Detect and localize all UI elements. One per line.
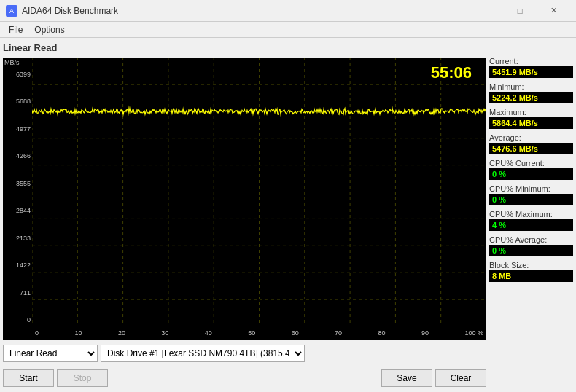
x-label-30: 30 (161, 329, 168, 337)
test-type-dropdown[interactable]: Linear Read Linear Write Random Read Ran… (3, 345, 98, 362)
right-panel: Current: 5451.9 MB/s Minimum: 5224.2 MB/… (489, 41, 573, 389)
window-title: AIDA64 Disk Benchmark (22, 6, 470, 16)
y-label-6399: 6399 (4, 71, 31, 78)
current-label: Current: (489, 57, 573, 66)
block-size-value: 8 MB (489, 270, 573, 282)
grid-area (32, 58, 486, 326)
block-size-label: Block Size: (489, 261, 573, 270)
buttons-bar: Start Stop Save Clear (3, 367, 486, 389)
chart-canvas (32, 58, 486, 326)
x-label-60: 60 (292, 329, 299, 337)
x-label-40: 40 (205, 329, 212, 337)
stat-current: Current: 5451.9 MB/s (489, 57, 573, 78)
maximum-value: 5864.4 MB/s (489, 117, 573, 129)
y-label-1422: 1422 (4, 262, 31, 269)
controls-bar: Linear Read Linear Write Random Read Ran… (3, 342, 486, 364)
y-label-3555: 3555 (4, 180, 31, 187)
left-panel: Linear Read MB/s 6399 5688 4977 4266 355… (3, 41, 486, 389)
y-label-2844: 2844 (4, 207, 31, 214)
stat-block-size: Block Size: 8 MB (489, 261, 573, 282)
y-axis: MB/s 6399 5688 4977 4266 3555 2844 2133 … (3, 58, 32, 340)
average-label: Average: (489, 133, 573, 142)
y-label-0: 0 (4, 316, 31, 324)
stat-cpu-average: CPU% Average: 0 % (489, 235, 573, 256)
cpu-maximum-label: CPU% Maximum: (489, 210, 573, 219)
minimize-button[interactable]: — (470, 0, 503, 22)
current-value: 5451.9 MB/s (489, 66, 573, 78)
maximize-button[interactable]: □ (503, 0, 537, 22)
stop-button[interactable]: Stop (57, 369, 108, 387)
menu-bar: File Options (0, 22, 576, 38)
stat-cpu-minimum: CPU% Minimum: 0 % (489, 184, 573, 205)
minimum-value: 5224.2 MB/s (489, 92, 573, 103)
average-value: 5476.6 MB/s (489, 143, 573, 154)
stat-minimum: Minimum: 5224.2 MB/s (489, 82, 573, 103)
x-label-50: 50 (248, 329, 255, 337)
stat-cpu-current: CPU% Current: 0 % (489, 159, 573, 180)
stat-cpu-maximum: CPU% Maximum: 4 % (489, 210, 573, 231)
y-label-711: 711 (4, 289, 31, 297)
menu-options[interactable]: Options (28, 23, 70, 36)
x-label-90: 90 (421, 329, 429, 337)
x-label-100: 100 % (464, 329, 483, 337)
stat-average: Average: 5476.6 MB/s (489, 133, 573, 154)
cpu-minimum-label: CPU% Minimum: (489, 184, 573, 193)
cpu-current-value: 0 % (489, 168, 573, 180)
x-label-0: 0 (35, 329, 39, 337)
maximum-label: Maximum: (489, 108, 573, 117)
minimum-label: Minimum: (489, 82, 573, 91)
stat-maximum: Maximum: 5864.4 MB/s (489, 108, 573, 129)
app-icon: A (6, 5, 17, 17)
main-content: Linear Read MB/s 6399 5688 4977 4266 355… (0, 38, 576, 392)
save-button[interactable]: Save (381, 369, 432, 387)
close-button[interactable]: ✕ (537, 0, 570, 22)
x-label-70: 70 (335, 329, 342, 337)
y-label-2133: 2133 (4, 235, 31, 242)
cpu-average-label: CPU% Average: (489, 235, 573, 244)
x-axis: 0 10 20 30 40 50 60 70 80 90 100 % (32, 326, 486, 340)
drive-dropdown[interactable]: Disk Drive #1 [Lexar SSD NM790 4TB] (381… (101, 345, 305, 362)
cpu-minimum-value: 0 % (489, 194, 573, 205)
clear-button[interactable]: Clear (435, 369, 486, 387)
title-bar: A AIDA64 Disk Benchmark — □ ✕ (0, 0, 576, 22)
y-axis-title: MB/s (4, 59, 20, 66)
window-controls: — □ ✕ (470, 0, 570, 22)
cpu-current-label: CPU% Current: (489, 159, 573, 168)
menu-file[interactable]: File (3, 23, 28, 36)
x-label-80: 80 (378, 329, 386, 337)
chart-container: MB/s 6399 5688 4977 4266 3555 2844 2133 … (3, 58, 486, 340)
x-label-20: 20 (118, 329, 125, 337)
cpu-average-value: 0 % (489, 245, 573, 256)
chart-title: Linear Read (3, 41, 486, 55)
start-button[interactable]: Start (3, 369, 54, 387)
y-label-4266: 4266 (4, 152, 31, 160)
y-label-5688: 5688 (4, 98, 31, 105)
y-label-4977: 4977 (4, 125, 31, 133)
timer-display: 55:06 (431, 63, 472, 82)
x-label-10: 10 (74, 329, 82, 337)
cpu-maximum-value: 4 % (489, 219, 573, 231)
